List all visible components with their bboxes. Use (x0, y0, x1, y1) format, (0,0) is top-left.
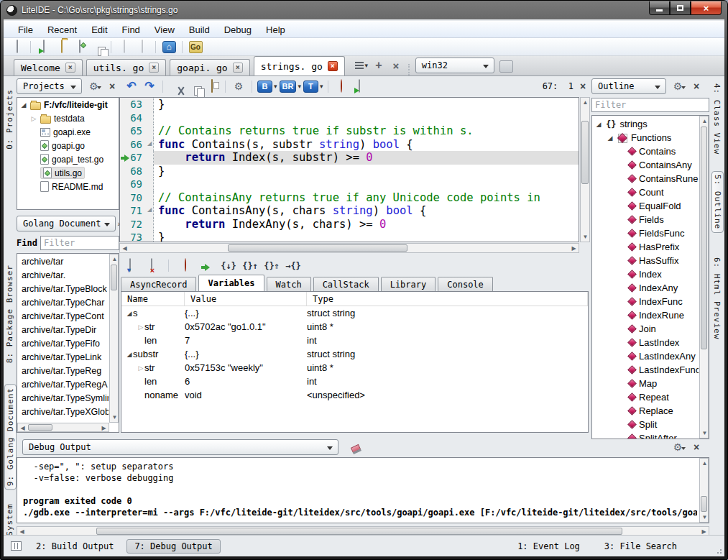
column-header-type[interactable]: Type (307, 292, 588, 306)
outline-item-containsany[interactable]: ContainsAny (594, 158, 699, 172)
godoc-item-archive-tar[interactable]: archive/tar. (17, 269, 109, 283)
menu-find[interactable]: Find (115, 22, 147, 37)
variable-row-substr[interactable]: ◢substr{...}struct string (121, 347, 588, 361)
menu-help[interactable]: Help (259, 22, 292, 37)
tab-close-icon[interactable]: × (328, 61, 338, 71)
outline-item-fields[interactable]: Fields (594, 213, 699, 226)
godoc-item-archive-tar-typelink[interactable]: archive/tar.TypeLink (17, 351, 109, 364)
outline-item-join[interactable]: Join (594, 322, 699, 336)
test-menu-button[interactable]: T▾ (303, 79, 323, 94)
tab-goapi-go[interactable]: goapi. go× (170, 59, 249, 75)
menu-file[interactable]: File (11, 22, 40, 37)
tree-item-goapi-go[interactable]: goapi.go (17, 139, 119, 152)
home-button[interactable]: ⌂ (161, 40, 177, 55)
godoc-filter-input[interactable] (40, 236, 119, 250)
target-options-button[interactable] (499, 60, 513, 73)
stop-debug-button[interactable] (178, 258, 193, 273)
side-tab-6-html-preview[interactable]: 6: Html Preview (711, 254, 722, 342)
step-over-button[interactable]: {}↑ (242, 258, 258, 273)
open-file-button[interactable] (36, 40, 52, 55)
new-file-button[interactable] (9, 40, 25, 55)
outline-close-icon[interactable]: × (689, 79, 704, 93)
tab-close-icon[interactable]: × (233, 63, 243, 73)
build-menu-button[interactable]: B▾ (257, 79, 277, 94)
step-into-button[interactable]: {↓} (221, 258, 236, 273)
outline-item-split[interactable]: Split (594, 418, 699, 431)
panel-menu-gear-icon[interactable]: ⚙ (86, 79, 101, 93)
tab-strings-go[interactable]: strings. go× (254, 56, 345, 75)
outline-item-repeat[interactable]: Repeat (594, 390, 699, 404)
outline-item-hasprefix[interactable]: HasPrefix (594, 240, 699, 254)
open-folder-button[interactable] (54, 40, 70, 55)
side-tab-9-golang-document[interactable]: 9: Golang Document (4, 384, 17, 490)
build-run-menu-button[interactable]: BR▾ (280, 79, 301, 94)
godoc-item-archive-tar-typechar[interactable]: archive/tar.TypeChar (17, 296, 109, 310)
outline-item-strings[interactable]: ◢{}strings (594, 117, 699, 131)
expander-icon[interactable]: ◢ (20, 101, 27, 109)
reload-file-button[interactable] (116, 40, 132, 55)
menu-build[interactable]: Build (182, 22, 217, 37)
status-7-debug-output[interactable]: 7: Debug Output (126, 539, 220, 554)
menu-view[interactable]: View (147, 22, 182, 37)
panel-close-icon[interactable]: × (105, 79, 119, 93)
debug-tab-variables[interactable]: Variables (198, 275, 264, 291)
column-header-value[interactable]: Value (185, 292, 307, 306)
debug-tab-library[interactable]: Library (381, 277, 436, 291)
menu-edit[interactable]: Edit (84, 22, 114, 37)
godoc-item-archive-tar-typerega[interactable]: archive/tar.TypeRegA (17, 378, 109, 392)
godoc-item-archive-tar-typecont[interactable]: archive/tar.TypeCont (17, 310, 109, 323)
tab-utils-go[interactable]: utils. go× (86, 59, 166, 75)
outline-item-fieldsfunc[interactable]: FieldsFunc (594, 226, 699, 240)
tree-item-goapi-exe[interactable]: goapi.exe (17, 125, 119, 139)
clear-log-button[interactable]: × (144, 258, 160, 273)
maximize-button[interactable] (670, 1, 691, 15)
tab-list-icon[interactable]: ▾ (353, 58, 370, 73)
export-button[interactable] (351, 79, 367, 94)
expander-icon[interactable]: ▷ (137, 323, 144, 331)
status-2-build-output[interactable]: 2: Build Output (29, 540, 121, 553)
build-config-button[interactable]: ⚙ (231, 79, 246, 94)
outline-item-hassuffix[interactable]: HasSuffix (594, 254, 699, 267)
menu-recent[interactable]: Recent (40, 22, 84, 37)
code-editor[interactable]: 63}6465// Contains returns true if subst… (119, 97, 579, 242)
add-tab-icon[interactable]: + (370, 58, 387, 73)
tab-welcome[interactable]: Welcome× (14, 59, 83, 75)
tree-item-goapi-test-go[interactable]: goapi_test.go (17, 152, 119, 166)
godoc-item-archive-tar-typedir[interactable]: archive/tar.TypeDir (17, 323, 109, 337)
outline-item-map[interactable]: Map (594, 377, 699, 390)
resize-grip[interactable] (715, 547, 722, 554)
output-vscrollbar[interactable]: ▲▼ (699, 458, 709, 523)
variable-row-noname[interactable]: nonamevoid<unspecified> (121, 388, 588, 402)
layout-toggle-icon[interactable] (11, 541, 22, 551)
record-button[interactable] (333, 79, 349, 94)
expander-icon[interactable]: ◢ (126, 310, 133, 317)
tree-item-readme-md[interactable]: README.md (17, 180, 119, 193)
tree-item-f-vfc-liteide-git[interactable]: ◢F:/vfc/liteide-git (17, 98, 119, 111)
build-target-combo[interactable]: win32 (415, 58, 494, 73)
save-all-button[interactable] (90, 40, 106, 55)
debug-tab-watch[interactable]: Watch (267, 277, 311, 291)
godoc-button[interactable]: Go (188, 40, 203, 55)
outline-item-functions[interactable]: ◢Functions (594, 131, 699, 144)
titlebar[interactable]: LiteIDE - C:\Go\src\pkg\strings\strings.… (1, 1, 727, 19)
run-to-line-button[interactable]: →{} (285, 258, 301, 273)
projects-combo[interactable]: Projects (17, 78, 82, 94)
variable-row-s[interactable]: ◢s{...}struct string (121, 306, 588, 320)
step-out-button[interactable]: {}⇑ (264, 258, 280, 273)
fold-marker-icon[interactable]: ◢ (146, 138, 154, 152)
side-tab-4-class-view[interactable]: 4: Class View (711, 81, 722, 157)
outline-vscrollbar[interactable]: ▲▼ (699, 116, 709, 439)
outline-item-index[interactable]: Index (594, 267, 699, 281)
expander-icon[interactable]: ▷ (30, 115, 37, 122)
expander-icon[interactable]: ◢ (595, 121, 602, 128)
outline-item-lastindexany[interactable]: LastIndexAny (594, 349, 699, 363)
side-tab-8-package-browser[interactable]: 8: Package Browser (4, 262, 15, 366)
godoc-item-archive-tar[interactable]: archive/tar (17, 255, 109, 269)
side-tab-5-outline[interactable]: 5: Outline (711, 171, 724, 233)
godoc-item-archive-tar-typefifo[interactable]: archive/tar.TypeFifo (17, 337, 109, 351)
debug-tab-callstack[interactable]: CallStack (313, 277, 379, 291)
outline-item-containsrune[interactable]: ContainsRune (594, 172, 699, 185)
tree-item-utils-go[interactable]: utils.go (17, 166, 119, 180)
editor-close-icon[interactable]: × (576, 79, 590, 93)
godoc-hscrollbar[interactable]: ◀▶ (17, 423, 109, 432)
